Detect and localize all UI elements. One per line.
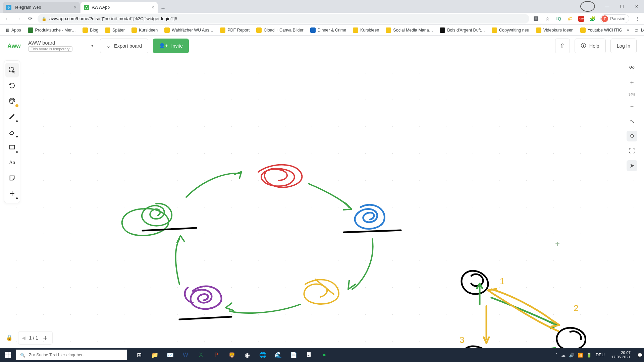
user-plus-icon: 👤+ <box>159 43 168 49</box>
login-button[interactable]: Log In <box>610 39 637 53</box>
volume-icon[interactable]: 🔊 <box>569 353 574 358</box>
bookmark-label: Cload + Canva Bilder <box>264 28 303 33</box>
browser-address-bar: ← → ⟳ 🔒 awwapp.com/home/?dis=[["no-init-… <box>0 13 644 25</box>
word-icon[interactable]: W <box>178 348 193 362</box>
bookmark-item[interactable]: Blog <box>80 27 100 33</box>
annotation-2: 2 <box>574 303 578 313</box>
mail-icon[interactable]: ✉️ <box>162 348 178 362</box>
bookmark-item[interactable]: Kursideen <box>129 27 160 33</box>
bookmark-item[interactable]: Produktsuche - Mer… <box>26 27 78 33</box>
obs-icon[interactable]: ◉ <box>239 348 255 362</box>
onedrive-icon[interactable]: ☁ <box>561 353 566 358</box>
browser-tab-telegram[interactable]: ✈ Telegram Web × <box>3 2 80 13</box>
bookmark-item[interactable]: Cload + Canva Bilder <box>254 27 305 33</box>
profile-chip[interactable]: T Pausiert <box>600 14 629 23</box>
prev-page-button[interactable]: ◀ <box>22 335 25 341</box>
bookmark-item[interactable]: Copywriting neu <box>490 27 531 33</box>
apps-grid-icon: ▦ <box>5 27 9 33</box>
tray-chevron-icon[interactable]: ˄ <box>555 353 558 358</box>
powerpoint-icon[interactable]: P <box>209 348 224 362</box>
battery-icon[interactable]: 🔋 <box>586 353 592 358</box>
help-label: Help <box>589 43 599 49</box>
bookmark-item[interactable]: Dinner & Crime <box>308 27 348 33</box>
lock-board-button[interactable]: 🔓 <box>4 333 15 343</box>
address-bar-right: 🅰 ☆ IQ 🏷 ABP 🧩 T Pausiert ⋮ <box>533 14 641 23</box>
notepad-icon[interactable]: 📄 <box>286 348 301 362</box>
bookmark-item[interactable]: PDF Report <box>218 27 252 33</box>
annotation-1: 1 <box>500 276 504 286</box>
close-window-icon[interactable]: ✕ <box>629 1 644 12</box>
edge-icon[interactable]: 🌊 <box>270 348 286 362</box>
maximize-icon[interactable]: ☐ <box>614 1 629 12</box>
search-icon: 🔍 <box>20 353 25 358</box>
svg-rect-9 <box>8 355 11 358</box>
taskbar-pinned-apps: ⊞ 📁 ✉️ W X P 🦁 ◉ 🌐 🌊 📄 🖩 ● <box>131 348 332 362</box>
bookmarks-overflow-icon[interactable]: » <box>627 28 629 33</box>
account-indicator-icon[interactable] <box>580 1 595 12</box>
close-icon[interactable]: × <box>74 5 76 10</box>
browser-tab-strip: ✈ Telegram Web × A AWWApp × ＋ — ☐ ✕ <box>0 0 644 13</box>
spotify-icon[interactable]: ● <box>317 348 332 362</box>
bookmark-favicon <box>105 27 110 33</box>
iq-extension-icon[interactable]: IQ <box>555 15 562 22</box>
bookmark-favicon <box>492 27 497 33</box>
bookmark-label: Später <box>112 28 125 33</box>
whiteboard-canvas[interactable]: Aa 👁 ＋ 74% − ⤡ ✥ ⛶ ➤ + <box>0 56 644 348</box>
file-explorer-icon[interactable]: 📁 <box>147 348 162 362</box>
language-indicator[interactable]: DEU <box>596 353 604 357</box>
star-icon[interactable]: ☆ <box>544 15 551 22</box>
abp-extension-icon[interactable]: ABP <box>578 16 584 22</box>
help-button[interactable]: ⓘ Help <box>575 39 606 53</box>
board-name-dropdown[interactable]: AWW board This board is temporary ▾ <box>28 40 95 52</box>
bookmark-item[interactable]: Social Media Mana… <box>384 27 435 33</box>
minimize-icon[interactable]: — <box>600 1 614 12</box>
translate-icon[interactable]: 🅰 <box>533 15 539 22</box>
profile-label: Pausiert <box>610 16 626 21</box>
bookmark-item[interactable]: Bois d'Argent Duft… <box>438 27 487 33</box>
url-field[interactable]: 🔒 awwapp.com/home/?dis=[["no-init-modal"… <box>38 14 529 23</box>
excel-icon[interactable]: X <box>193 348 209 362</box>
bookmark-item[interactable]: Youtube WICHTIG <box>578 27 624 33</box>
bookmark-item[interactable]: Videokurs Ideen <box>534 27 576 33</box>
bookmark-item[interactable]: Später <box>103 27 127 33</box>
bookmark-label: Kursideen <box>360 28 379 33</box>
extensions-puzzle-icon[interactable]: 🧩 <box>589 15 596 22</box>
reading-list-button[interactable]: 🗂 Leseliste <box>633 28 644 33</box>
new-tab-button[interactable]: ＋ <box>158 3 168 13</box>
back-icon[interactable]: ← <box>3 15 11 23</box>
add-page-button[interactable]: ＋ <box>42 333 49 343</box>
notifications-icon[interactable]: 💬 <box>637 353 643 358</box>
app-logo[interactable]: Aww <box>7 41 23 51</box>
bookmark-item[interactable]: Kursideen <box>351 27 381 33</box>
reload-icon[interactable]: ⟳ <box>26 15 34 23</box>
task-view-icon[interactable]: ⊞ <box>131 348 147 362</box>
wifi-icon[interactable]: 📶 <box>578 353 583 358</box>
taskbar-clock[interactable]: 20:07 17.05.2021 <box>608 351 633 359</box>
whiteboard-drawing: 1 2 3 <box>0 56 644 348</box>
calculator-icon[interactable]: 🖩 <box>301 348 317 362</box>
invite-button[interactable]: 👤+ Invite <box>153 39 189 53</box>
bookmarks-bar: ▦ Apps Produktsuche - Mer… Blog Später K… <box>0 25 644 36</box>
extension-price-icon[interactable]: 🏷 <box>567 15 574 22</box>
bookmark-label: Produktsuche - Mer… <box>35 28 76 33</box>
avatar: T <box>601 15 608 22</box>
apps-button[interactable]: ▦ Apps <box>3 27 23 33</box>
bookmark-favicon <box>164 27 170 33</box>
upvote-button[interactable]: ⇧ <box>555 39 570 53</box>
bookmark-item[interactable]: Wahlfächer WU Aus… <box>162 27 215 33</box>
close-icon[interactable]: × <box>152 5 154 10</box>
forward-icon[interactable]: → <box>15 15 23 23</box>
brave-icon[interactable]: 🦁 <box>224 348 239 362</box>
chrome-icon[interactable]: 🌐 <box>255 348 270 362</box>
kebab-menu-icon[interactable]: ⋮ <box>634 15 641 22</box>
board-temporary-badge: This board is temporary <box>28 46 72 52</box>
app-header: Aww AWW board This board is temporary ▾ … <box>0 36 644 56</box>
bookmark-label: Blog <box>90 28 98 33</box>
export-label: Export board <box>114 43 142 49</box>
browser-tab-awwapp[interactable]: A AWWApp × <box>80 2 158 13</box>
tab-title: Telegram Web <box>14 5 41 10</box>
bookmark-favicon <box>256 27 262 33</box>
start-button[interactable] <box>0 348 16 362</box>
export-board-button[interactable]: ⇩ Export board <box>100 39 148 53</box>
taskbar-search[interactable]: 🔍 Zur Suche Text hier eingeben <box>16 350 127 360</box>
